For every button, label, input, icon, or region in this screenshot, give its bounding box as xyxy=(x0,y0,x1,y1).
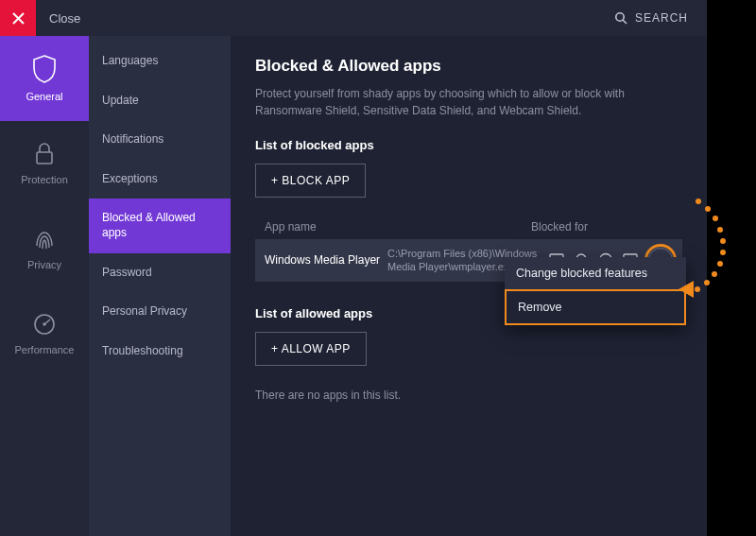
secnav-item-personal-privacy[interactable]: Personal Privacy xyxy=(89,292,231,332)
secnav-item-password[interactable]: Password xyxy=(89,253,231,293)
rail-item-label: General xyxy=(26,91,62,102)
svg-rect-2 xyxy=(37,152,52,164)
svg-point-0 xyxy=(616,13,624,21)
gauge-icon xyxy=(32,312,57,337)
secnav-item-languages[interactable]: Languages xyxy=(89,42,231,81)
rail-item-general[interactable]: General xyxy=(0,36,89,121)
allowed-empty-text: There are no apps in this list. xyxy=(255,389,682,402)
secnav-item-troubleshooting[interactable]: Troubleshooting xyxy=(89,332,231,372)
blocked-table-header: App name Blocked for xyxy=(255,215,682,239)
popup-change-features[interactable]: Change blocked features xyxy=(505,257,686,289)
secnav-item-exceptions[interactable]: Exceptions xyxy=(89,160,231,199)
allow-app-button[interactable]: + ALLOW APP xyxy=(255,332,367,366)
secnav-item-notifications[interactable]: Notifications xyxy=(89,120,231,160)
app-window: Close SEARCH General Protection xyxy=(0,0,707,536)
svg-point-5 xyxy=(43,322,46,326)
col-app-name: App name xyxy=(265,220,387,233)
rail-item-label: Privacy xyxy=(27,259,61,270)
lock-icon xyxy=(34,142,55,166)
search-button[interactable]: SEARCH xyxy=(614,11,707,25)
close-button[interactable] xyxy=(0,0,36,36)
svg-line-1 xyxy=(623,20,627,24)
fingerprint-icon xyxy=(32,227,57,251)
secnav-item-blocked-allowed-apps[interactable]: Blocked & Allowed apps xyxy=(89,199,231,252)
block-app-button[interactable]: + BLOCK APP xyxy=(255,164,366,198)
app-name: Windows Media Player xyxy=(265,253,387,267)
secondary-nav: Languages Update Notifications Exception… xyxy=(89,36,231,536)
shield-icon xyxy=(32,55,57,83)
primary-nav-rail: General Protection Privacy Performance xyxy=(0,36,89,536)
popup-remove[interactable]: Remove xyxy=(505,289,686,325)
search-icon xyxy=(614,11,627,25)
col-blocked-for: Blocked for xyxy=(531,220,673,233)
content-area: Blocked & Allowed apps Protect yourself … xyxy=(231,36,707,536)
title-bar: Close SEARCH xyxy=(0,0,707,36)
search-label: SEARCH xyxy=(635,11,688,25)
close-label[interactable]: Close xyxy=(36,11,80,26)
blocked-heading: List of blocked apps xyxy=(255,138,682,152)
rail-item-label: Performance xyxy=(15,344,75,355)
row-actions-popup: Change blocked features Remove xyxy=(505,257,686,325)
page-description: Protect yourself from shady apps by choo… xyxy=(255,85,671,119)
rail-item-privacy[interactable]: Privacy xyxy=(0,206,89,291)
secnav-item-update[interactable]: Update xyxy=(89,81,231,121)
rail-item-performance[interactable]: Performance xyxy=(0,291,89,376)
rail-item-protection[interactable]: Protection xyxy=(0,121,89,206)
rail-item-label: Protection xyxy=(21,174,68,185)
page-title: Blocked & Allowed apps xyxy=(255,57,682,76)
